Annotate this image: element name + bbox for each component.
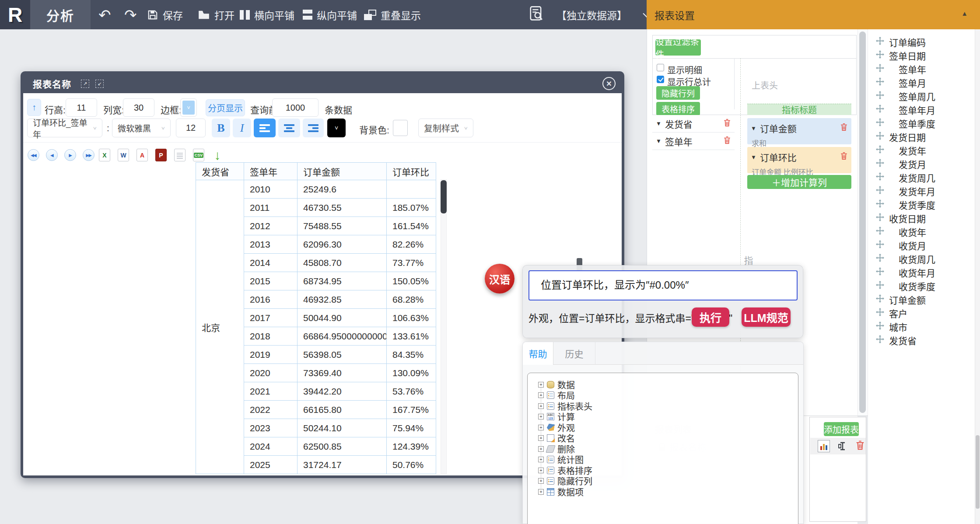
amount-cell[interactable]: 62500.85 — [298, 437, 387, 456]
language-badge[interactable]: 汉语 — [485, 264, 514, 293]
export-icon[interactable]: ↓ — [212, 149, 223, 161]
amount-cell[interactable]: 31724.17 — [298, 456, 387, 474]
ratio-cell[interactable]: 150.05% — [387, 272, 436, 290]
add-calc-column-button[interactable]: ＋增加计算列 — [747, 175, 851, 189]
amount-cell[interactable]: 39442.20 — [298, 382, 387, 401]
col-width-input[interactable]: 30 — [123, 98, 154, 117]
expand-icon[interactable]: + — [538, 478, 544, 484]
show-detail-checkbox[interactable] — [657, 64, 664, 71]
expand-icon[interactable]: + — [538, 489, 544, 495]
export-icon[interactable]: X — [99, 149, 110, 161]
expand-icon[interactable]: + — [538, 392, 544, 398]
trash-icon[interactable] — [840, 123, 848, 134]
table-scrollbar-thumb[interactable] — [441, 180, 447, 213]
year-cell[interactable]: 2023 — [244, 419, 298, 437]
tree-item[interactable]: + 删除 — [538, 444, 592, 454]
tree-item[interactable]: + 表格排序 — [538, 465, 592, 476]
field-item[interactable]: 签单年月 — [868, 103, 975, 116]
tile-horizontal-button[interactable]: 横向平铺 — [240, 0, 294, 29]
ratio-cell[interactable]: 124.39% — [387, 437, 436, 456]
field-item[interactable]: 收货季度 — [868, 279, 975, 293]
upper-header-zone[interactable]: 上表头 — [747, 58, 851, 104]
window-titlebar[interactable]: 报表名称 ↗ ↙ ✕ — [23, 74, 622, 93]
font-color-dropdown[interactable]: ˅ — [327, 119, 346, 137]
expand-icon[interactable]: + — [538, 457, 544, 462]
year-cell[interactable]: 2022 — [244, 401, 298, 419]
export-icon[interactable]: CSV — [193, 149, 204, 161]
bold-button[interactable]: B — [212, 119, 230, 137]
field-item[interactable]: 订单编码 — [868, 35, 975, 49]
tree-item[interactable]: + 计算 — [538, 412, 592, 423]
year-cell[interactable]: 2017 — [244, 309, 298, 327]
amount-cell[interactable]: 56398.05 — [298, 346, 387, 364]
tab-help[interactable]: 帮助 — [523, 342, 553, 365]
font-family-dropdown[interactable]: 微软雅黑˅ — [112, 119, 171, 137]
delete-report-icon[interactable] — [855, 440, 865, 453]
align-left-button[interactable] — [254, 119, 276, 137]
restore-icon[interactable]: ↙ — [95, 80, 104, 88]
command-input[interactable]: 位置订单环比，显示为″#0.00%″ — [528, 270, 798, 300]
table-sort-button[interactable]: 表格排序 — [656, 102, 700, 115]
dimension-row[interactable]: ▼ 签单年 — [652, 133, 735, 150]
tree-item[interactable]: + 数据项 — [538, 486, 592, 497]
table-scrollbar-track[interactable] — [441, 179, 447, 474]
trash-icon[interactable] — [723, 118, 731, 129]
amount-cell[interactable]: 45808.70 — [298, 254, 387, 272]
report-settings-header[interactable]: 报表设置 ▲ — [647, 0, 980, 29]
query-log-button[interactable] — [527, 0, 545, 29]
year-cell[interactable]: 2015 — [244, 272, 298, 290]
table-header-cell[interactable]: 发货省 — [196, 163, 244, 180]
ratio-cell[interactable]: 130.09% — [387, 364, 436, 382]
ratio-cell[interactable]: 133.61% — [387, 327, 436, 346]
field-item[interactable]: 签单日期 — [868, 49, 975, 62]
field-item[interactable]: 客户 — [868, 306, 975, 320]
year-cell[interactable]: 2014 — [244, 254, 298, 272]
align-center-button[interactable] — [278, 119, 300, 137]
tree-item[interactable]: + 隐藏行列 — [538, 476, 592, 487]
llm-spec-button[interactable]: LLM规范 — [742, 307, 791, 327]
field-item[interactable]: 发货季度 — [868, 198, 975, 211]
ratio-cell[interactable]: 53.76% — [387, 382, 436, 401]
field-item[interactable]: 发货日期 — [868, 130, 975, 143]
collapse-panel-icon[interactable]: ▲ — [961, 10, 968, 17]
tree-item[interactable]: + 统计图 — [538, 454, 592, 465]
field-item[interactable]: 订单金额 — [868, 293, 975, 306]
expand-icon[interactable]: + — [538, 414, 544, 419]
ratio-cell[interactable]: 84.35% — [387, 346, 436, 364]
year-cell[interactable]: 2024 — [244, 437, 298, 456]
year-cell[interactable]: 2012 — [244, 217, 298, 235]
execute-button[interactable]: 执行 — [692, 307, 729, 327]
field-item[interactable]: 收货年月 — [868, 265, 975, 279]
field-item[interactable]: 发货周几 — [868, 171, 975, 184]
trash-icon[interactable] — [723, 136, 731, 147]
amount-cell[interactable]: 62096.30 — [298, 235, 387, 254]
page-nav-icon[interactable]: ▶ — [64, 149, 76, 161]
expand-icon[interactable]: + — [538, 435, 544, 441]
tree-item[interactable]: + 外观 — [538, 422, 592, 433]
ratio-cell[interactable]: 185.07% — [387, 199, 436, 217]
ratio-cell[interactable]: 106.63% — [387, 309, 436, 327]
open-button[interactable]: 打开 — [198, 0, 234, 29]
field-item[interactable]: 签单年 — [868, 62, 975, 76]
expand-icon[interactable]: + — [538, 403, 544, 409]
italic-button[interactable]: I — [233, 119, 251, 137]
field-item[interactable]: 发货月 — [868, 157, 975, 171]
year-cell[interactable]: 2020 — [244, 364, 298, 382]
province-merged-cell[interactable]: 北京 — [196, 180, 244, 474]
row-height-input[interactable]: 11 — [66, 98, 97, 117]
field-item[interactable]: 发货年月 — [868, 184, 975, 198]
tile-vertical-button[interactable]: 纵向平铺 — [303, 0, 357, 29]
field-item[interactable]: 发货年 — [868, 143, 975, 157]
tree-item[interactable]: + 改名 — [538, 433, 592, 444]
ratio-cell[interactable]: 161.54% — [387, 217, 436, 235]
amount-cell[interactable]: 73369.40 — [298, 364, 387, 382]
year-cell[interactable]: 2019 — [244, 346, 298, 364]
table-header-cell[interactable]: 订单环比 — [387, 163, 436, 180]
tree-item[interactable]: + 数据 — [538, 379, 592, 390]
rename-icon[interactable] — [837, 441, 848, 451]
page-nav-icon[interactable]: ▶▶ — [83, 149, 94, 161]
settings-scrollbar-thumb[interactable] — [859, 31, 866, 413]
field-item[interactable]: 收货周几 — [868, 252, 975, 265]
amount-cell[interactable]: 68734.95 — [298, 272, 387, 290]
amount-cell[interactable]: 50244.10 — [298, 419, 387, 437]
